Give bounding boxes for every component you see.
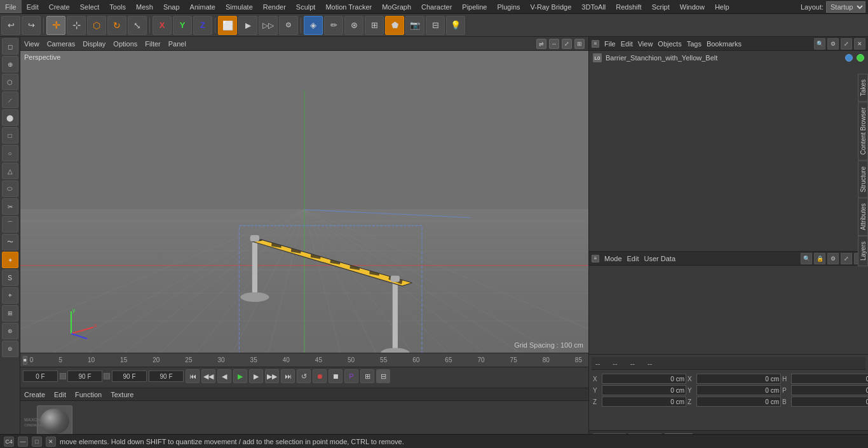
grid-button[interactable]: ⊞ [365, 16, 384, 35]
menu-select[interactable]: Select [75, 0, 105, 13]
perspective-view-button[interactable]: ◈ [304, 16, 323, 35]
menu-vray[interactable]: V-Ray Bridge [526, 0, 577, 13]
coord-z-input[interactable] [602, 397, 686, 407]
weight-button[interactable]: ⊛ [344, 16, 363, 35]
texture-mode-button[interactable]: ⊕ [2, 56, 18, 72]
grid-toggle-button[interactable]: ⊟ [426, 16, 445, 35]
next-frame-button[interactable]: ▶▶ [265, 369, 279, 383]
obj-expand-icon[interactable]: ⤢ [841, 38, 852, 50]
attr-mode-menu[interactable]: Mode [604, 255, 622, 262]
status-cinema-icon[interactable]: C4 [4, 437, 14, 447]
attr-config-icon[interactable]: ⚙ [827, 253, 839, 264]
vtab-attributes[interactable]: Attributes [858, 198, 868, 236]
menu-redshift[interactable]: Redshift [611, 0, 646, 13]
attr-search-icon[interactable]: 🔍 [801, 253, 812, 264]
obj-file-menu[interactable]: File [604, 40, 616, 48]
menu-render[interactable]: Render [258, 0, 291, 13]
mat-edit-menu[interactable]: Edit [54, 391, 66, 398]
box-tool-button[interactable]: □ [2, 127, 18, 144]
menu-animate[interactable]: Animate [185, 0, 220, 13]
obj-visibility-dot-2[interactable] [857, 54, 864, 62]
z-axis-button[interactable]: Z [193, 16, 212, 35]
model-mode-button[interactable]: ◻ [2, 38, 18, 55]
cube-button[interactable]: ⬜ [218, 16, 237, 35]
vtab-layers[interactable]: Layers [858, 236, 868, 266]
obj-view-menu[interactable]: View [638, 40, 653, 48]
menu-help[interactable]: Help [710, 0, 735, 13]
autokey-button[interactable]: P [344, 369, 358, 383]
rotate-button[interactable]: ↻ [107, 16, 126, 35]
coord-x-input[interactable] [602, 374, 686, 384]
obj-search-icon[interactable]: 🔍 [814, 38, 825, 50]
obj-tags-menu[interactable]: Tags [687, 40, 702, 48]
go-start-button[interactable]: ⏮ [186, 369, 200, 383]
cone-tool-button[interactable]: △ [2, 163, 18, 179]
obj-objects-menu[interactable]: Objects [658, 40, 681, 48]
loop-button[interactable]: ↺ [297, 369, 311, 383]
obj-bookmarks-menu[interactable]: Bookmarks [707, 40, 742, 48]
max-frame-input[interactable] [149, 370, 184, 382]
go-end-button[interactable]: ⏭ [281, 369, 295, 383]
menu-mesh[interactable]: Mesh [131, 0, 158, 13]
obj-visibility-dot-1[interactable] [845, 54, 853, 62]
attr-expand-icon[interactable]: ⤢ [841, 253, 852, 264]
prev-frame-button[interactable]: ◀◀ [201, 369, 215, 383]
smooth-button[interactable]: S [2, 269, 18, 286]
status-restore-button[interactable]: □ [32, 437, 42, 447]
vp-view-menu[interactable]: View [24, 40, 39, 48]
play-button[interactable]: ▶ [233, 369, 247, 383]
light-button[interactable]: 💡 [446, 16, 465, 35]
coord-y2-input[interactable] [696, 385, 781, 395]
vp-ctrl-2[interactable]: ↔ [549, 39, 559, 49]
camera-button[interactable]: 📷 [405, 16, 424, 35]
coord-h-input[interactable] [791, 374, 868, 384]
redo-button[interactable]: ↪ [22, 16, 41, 35]
vp-ctrl-4[interactable]: ⊞ [574, 39, 585, 49]
vtab-content-browser[interactable]: Content Browser [858, 102, 868, 160]
menu-pipeline[interactable]: Pipeline [457, 0, 492, 13]
status-minimize-button[interactable]: — [18, 437, 28, 447]
attr-userdata-menu[interactable]: User Data [644, 255, 676, 262]
paint-button[interactable]: ✏ [324, 16, 343, 35]
start-frame-input[interactable] [23, 370, 58, 382]
transform-button[interactable]: ⤡ [128, 16, 147, 35]
grid-fill-button[interactable]: ⊞ [2, 305, 18, 322]
menu-tools[interactable]: Tools [104, 0, 131, 13]
timeline-lock-icon[interactable]: ■ [23, 356, 27, 365]
viewport-canvas[interactable]: Perspective Grid Spacing : 100 cm x y [20, 51, 588, 353]
obj-close-icon[interactable]: ✕ [854, 38, 865, 50]
attr-lock-icon[interactable]: 🔒 [814, 253, 825, 264]
coord-b-input[interactable] [791, 397, 868, 407]
render-region-button[interactable]: ▶ [238, 16, 257, 35]
render-settings-button[interactable]: ⚙ [279, 16, 298, 35]
menu-file[interactable]: File [0, 0, 22, 13]
x-axis-button[interactable]: X [153, 16, 172, 35]
menu-mograph[interactable]: MoGraph [377, 0, 416, 13]
attr-edit-menu[interactable]: Edit [627, 255, 639, 262]
sphere-tool-button[interactable]: ○ [2, 145, 18, 161]
coord-x2-input[interactable] [696, 374, 781, 384]
vtab-takes[interactable]: Takes [858, 74, 868, 102]
obj-row-stanchion[interactable]: L0 Barrier_Stanchion_with_Yellow_Belt [589, 51, 868, 65]
menu-create[interactable]: Create [44, 0, 75, 13]
scale-button[interactable]: ⬡ [87, 16, 106, 35]
vp-filter-menu[interactable]: Filter [145, 40, 160, 48]
paint-brush-button[interactable]: ✦ [2, 252, 18, 268]
point-mode-button[interactable]: ⬤ [2, 109, 18, 126]
vtab-structure[interactable]: Structure [858, 161, 868, 198]
morph-button[interactable]: ⊛ [2, 323, 18, 339]
bend-tool-button[interactable]: ⌒ [2, 216, 18, 233]
status-close-button[interactable]: ✕ [46, 437, 56, 447]
current-frame-input[interactable] [112, 370, 147, 382]
polygon-mode-button[interactable]: ⬡ [2, 74, 18, 90]
menu-snap[interactable]: Snap [158, 0, 185, 13]
select-mode-button[interactable]: ✛ [46, 16, 65, 35]
menu-script[interactable]: Script [647, 0, 675, 13]
vp-ctrl-3[interactable]: ⤢ [562, 39, 572, 49]
keyframe-grid-button[interactable]: ⊞ [360, 369, 374, 383]
vp-cameras-menu[interactable]: Cameras [47, 40, 76, 48]
menu-window[interactable]: Window [675, 0, 710, 13]
stop-button[interactable]: ⏹ [329, 369, 342, 383]
edge-mode-button[interactable]: ⟋ [2, 92, 18, 108]
cylinder-tool-button[interactable]: ⬭ [2, 180, 18, 197]
